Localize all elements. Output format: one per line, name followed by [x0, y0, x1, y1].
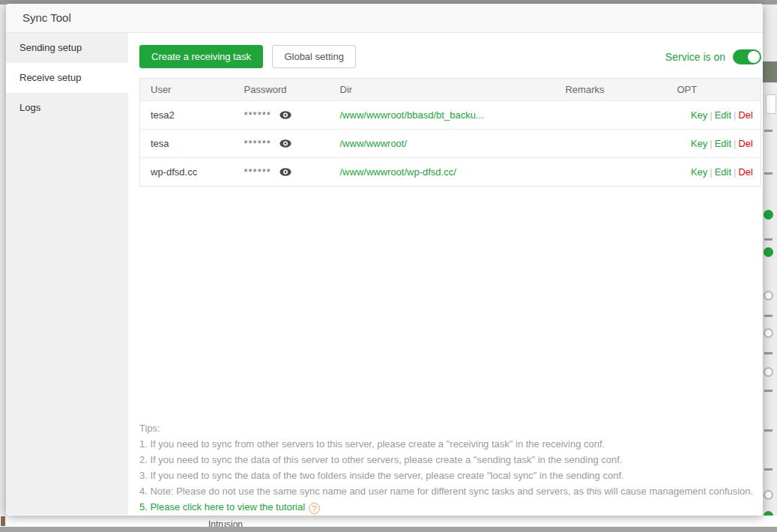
- dir-link[interactable]: /www/wwwroot/bbasd/bt_backu...: [340, 109, 484, 121]
- background-toggle-on-icon: [764, 247, 773, 257]
- delete-link[interactable]: Del: [738, 109, 753, 121]
- main-panel: Create a receiving task Global setting S…: [128, 33, 763, 515]
- opt-separator: |: [710, 138, 712, 149]
- password-mask: ******: [244, 109, 271, 121]
- password-cell: ******: [234, 101, 330, 130]
- service-status-area: Service is on: [665, 49, 761, 64]
- tips-section: Tips: 1. If you need to sync from other …: [139, 420, 761, 515]
- dialog-titlebar: Sync Tool: [6, 4, 763, 33]
- service-toggle[interactable]: [733, 49, 761, 64]
- remarks-cell: [504, 158, 667, 187]
- opt-separator: |: [734, 166, 736, 178]
- show-password-eye-icon[interactable]: [279, 139, 291, 148]
- delete-link[interactable]: Del: [738, 138, 753, 149]
- opt-cell: Key|Edit|Del: [667, 130, 761, 158]
- dir-cell: /www/wwwroot/wp-dfsd.cc/: [330, 158, 504, 187]
- background-toggle-off-icon: [764, 367, 773, 377]
- sidebar-item-logs[interactable]: Logs: [6, 93, 128, 123]
- column-header-remarks: Remarks: [504, 79, 667, 101]
- dir-cell: /www/wwwroot/: [330, 130, 504, 158]
- column-header-user: User: [140, 79, 234, 101]
- background-text-fragment: [764, 238, 773, 241]
- toggle-knob-icon: [748, 51, 760, 63]
- background-toggle-on-icon: [764, 210, 773, 220]
- create-receiving-task-button[interactable]: Create a receiving task: [139, 45, 263, 68]
- column-header-password: Password: [234, 79, 330, 101]
- table-row: wp-dfsd.cc ****** /www/wwwroot/wp-dfsd.c…: [140, 158, 761, 187]
- dialog-title: Sync Tool: [6, 4, 71, 32]
- table-row: tesa2 ****** /www/wwwroot/bbasd/bt_backu…: [140, 101, 761, 130]
- key-link[interactable]: Key: [691, 109, 707, 121]
- sync-tool-dialog: Sync Tool Sending setup Receive setup Lo…: [6, 4, 763, 516]
- tip-line: 4. Note: Please do not use the same sync…: [139, 483, 761, 499]
- dialog-body: Sending setup Receive setup Logs Create …: [6, 33, 763, 515]
- dir-link[interactable]: /www/wwwroot/wp-dfsd.cc/: [340, 166, 456, 178]
- background-text-fragment: [764, 468, 773, 471]
- background-text-fragment: [764, 315, 773, 317]
- tips-heading: Tips:: [139, 420, 761, 436]
- password-mask: ******: [244, 166, 271, 178]
- background-toggle-off-icon: [764, 490, 773, 500]
- opt-separator: |: [734, 109, 736, 121]
- tip-line: 3. If you need to sync the data of the t…: [139, 468, 761, 483]
- tutorial-link[interactable]: 5. Please click here to view the tutoria…: [139, 501, 305, 513]
- background-input-fragment: [766, 94, 776, 114]
- tip-line-tutorial: 5. Please click here to view the tutoria…: [139, 499, 761, 515]
- sidebar: Sending setup Receive setup Logs: [6, 33, 128, 515]
- remarks-cell: [504, 101, 667, 130]
- background-text-fragment: [764, 390, 773, 392]
- opt-separator: |: [710, 166, 712, 178]
- edit-link[interactable]: Edit: [715, 166, 731, 178]
- sidebar-item-sending-setup[interactable]: Sending setup: [6, 33, 128, 63]
- edit-link[interactable]: Edit: [715, 109, 731, 121]
- tip-line: 1. If you need to sync from other server…: [139, 436, 761, 452]
- opt-cell: Key|Edit|Del: [667, 158, 761, 187]
- background-right-sliver: [763, 4, 777, 532]
- background-header-fragment: [763, 61, 777, 82]
- background-icon-fragment: [1, 516, 5, 526]
- user-cell: tesa2: [140, 101, 234, 130]
- table-header-row: User Password Dir Remarks OPT: [140, 79, 761, 101]
- opt-cell: Key|Edit|Del: [667, 101, 761, 130]
- receiving-tasks-table: User Password Dir Remarks OPT tesa2 ****…: [139, 78, 761, 187]
- column-header-dir: Dir: [330, 79, 504, 101]
- global-setting-button[interactable]: Global setting: [272, 45, 356, 68]
- background-text-fragment: [764, 130, 773, 132]
- remarks-cell: [504, 130, 667, 158]
- dir-cell: /www/wwwroot/bbasd/bt_backu...: [330, 101, 504, 130]
- user-cell: wp-dfsd.cc: [140, 158, 234, 187]
- opt-separator: |: [734, 138, 736, 149]
- user-cell: tesa: [140, 130, 234, 158]
- delete-link[interactable]: Del: [738, 166, 753, 178]
- question-circle-icon[interactable]: ?: [309, 503, 320, 514]
- background-toggle-off-icon: [764, 291, 773, 300]
- service-status-label: Service is on: [665, 51, 725, 63]
- edit-link[interactable]: Edit: [715, 138, 731, 149]
- key-link[interactable]: Key: [691, 138, 707, 149]
- show-password-eye-icon[interactable]: [279, 168, 291, 176]
- table-row: tesa ****** /www/wwwroot/ Key|Edit|Del: [140, 130, 761, 158]
- background-bottom-band: [0, 527, 777, 532]
- password-mask: ******: [244, 138, 271, 149]
- background-text-fragment: [764, 352, 773, 354]
- opt-separator: |: [710, 109, 712, 121]
- background-text-fragment: [764, 172, 773, 175]
- background-toggle-off-icon: [764, 328, 773, 338]
- background-text-fragment: [764, 429, 773, 432]
- dir-link[interactable]: /www/wwwroot/: [340, 138, 408, 149]
- column-header-opt: OPT: [667, 79, 761, 101]
- toolbar: Create a receiving task Global setting S…: [139, 45, 761, 68]
- tip-line: 2. If you need to sync the data of this …: [139, 452, 761, 468]
- sidebar-item-receive-setup[interactable]: Receive setup: [6, 63, 128, 93]
- key-link[interactable]: Key: [691, 166, 707, 178]
- show-password-eye-icon[interactable]: [279, 111, 291, 119]
- password-cell: ******: [234, 130, 330, 158]
- password-cell: ******: [234, 158, 330, 187]
- toolbar-buttons: Create a receiving task Global setting: [139, 45, 356, 68]
